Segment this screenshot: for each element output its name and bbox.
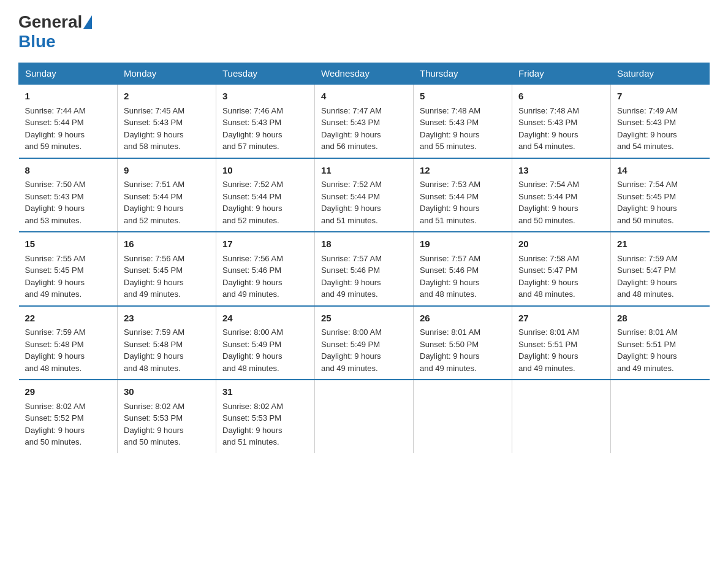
day-number: 9: [124, 164, 210, 178]
weekday-header-row: SundayMondayTuesdayWednesdayThursdayFrid…: [19, 63, 710, 85]
day-daylight-minutes: and 50 minutes.: [518, 216, 575, 225]
day-daylight: Daylight: 9 hours: [518, 130, 578, 139]
day-daylight-minutes: and 56 minutes.: [321, 142, 378, 151]
day-number: 15: [25, 237, 112, 251]
calendar-cell: 30Sunrise: 8:02 AMSunset: 5:53 PMDayligh…: [118, 380, 216, 453]
day-sunrise: Sunrise: 7:47 AM: [321, 106, 382, 115]
day-daylight-minutes: and 50 minutes.: [124, 437, 181, 446]
day-sunrise: Sunrise: 7:59 AM: [25, 327, 86, 337]
calendar-cell: 1Sunrise: 7:44 AMSunset: 5:44 PMDaylight…: [19, 84, 118, 158]
day-sunrise: Sunrise: 7:48 AM: [518, 106, 579, 115]
day-number: 22: [25, 312, 112, 326]
day-sunset: Sunset: 5:46 PM: [321, 266, 380, 275]
day-daylight: Daylight: 9 hours: [25, 130, 85, 139]
day-daylight-minutes: and 50 minutes.: [25, 437, 82, 446]
day-sunset: Sunset: 5:50 PM: [420, 340, 479, 349]
day-daylight: Daylight: 9 hours: [617, 204, 677, 213]
day-daylight-minutes: and 50 minutes.: [617, 216, 674, 225]
day-number: 29: [25, 385, 112, 399]
day-daylight: Daylight: 9 hours: [420, 351, 480, 361]
day-sunrise: Sunrise: 7:54 AM: [617, 180, 678, 189]
day-number: 13: [518, 164, 604, 178]
day-number: 18: [321, 237, 407, 251]
day-number: 24: [222, 312, 308, 326]
calendar-cell: [512, 380, 611, 453]
weekday-header-wednesday: Wednesday: [315, 63, 414, 85]
calendar-cell: 22Sunrise: 7:59 AMSunset: 5:48 PMDayligh…: [19, 306, 118, 380]
day-number: 3: [222, 90, 308, 104]
calendar-cell: 9Sunrise: 7:51 AMSunset: 5:44 PMDaylight…: [118, 158, 216, 232]
day-number: 30: [124, 385, 210, 399]
day-daylight: Daylight: 9 hours: [617, 351, 677, 361]
calendar-cell: [611, 380, 710, 453]
day-sunrise: Sunrise: 7:56 AM: [222, 254, 283, 263]
day-sunset: Sunset: 5:43 PM: [420, 118, 479, 127]
day-daylight: Daylight: 9 hours: [124, 204, 184, 213]
day-sunrise: Sunrise: 7:48 AM: [420, 106, 480, 115]
day-number: 26: [420, 312, 506, 326]
day-daylight-minutes: and 48 minutes.: [222, 364, 279, 373]
day-number: 21: [617, 237, 703, 251]
calendar-cell: 28Sunrise: 8:01 AMSunset: 5:51 PMDayligh…: [611, 306, 710, 380]
day-sunset: Sunset: 5:48 PM: [25, 340, 84, 349]
calendar-cell: 31Sunrise: 8:02 AMSunset: 5:53 PMDayligh…: [216, 380, 315, 453]
day-daylight: Daylight: 9 hours: [222, 204, 282, 213]
weekday-header-saturday: Saturday: [611, 63, 710, 85]
day-daylight: Daylight: 9 hours: [25, 426, 85, 435]
day-daylight-minutes: and 54 minutes.: [518, 142, 575, 151]
day-daylight: Daylight: 9 hours: [222, 351, 282, 361]
day-sunrise: Sunrise: 7:57 AM: [321, 254, 382, 263]
calendar-cell: 27Sunrise: 8:01 AMSunset: 5:51 PMDayligh…: [512, 306, 611, 380]
day-daylight-minutes: and 55 minutes.: [420, 142, 477, 151]
day-sunset: Sunset: 5:45 PM: [25, 266, 84, 275]
day-sunset: Sunset: 5:43 PM: [124, 118, 183, 127]
day-number: 7: [617, 90, 703, 104]
day-number: 14: [617, 164, 703, 178]
day-daylight: Daylight: 9 hours: [124, 130, 184, 139]
day-daylight-minutes: and 48 minutes.: [518, 289, 575, 299]
day-daylight: Daylight: 9 hours: [420, 278, 480, 287]
day-number: 16: [124, 237, 210, 251]
day-sunrise: Sunrise: 8:02 AM: [222, 402, 283, 411]
day-daylight-minutes: and 49 minutes.: [518, 364, 575, 373]
day-daylight: Daylight: 9 hours: [617, 130, 677, 139]
day-daylight: Daylight: 9 hours: [321, 130, 381, 139]
day-sunrise: Sunrise: 7:52 AM: [222, 180, 283, 189]
day-sunset: Sunset: 5:51 PM: [617, 340, 676, 349]
calendar-cell: 12Sunrise: 7:53 AMSunset: 5:44 PMDayligh…: [414, 158, 512, 232]
day-number: 31: [222, 385, 308, 399]
day-number: 10: [222, 164, 308, 178]
day-daylight: Daylight: 9 hours: [518, 351, 578, 361]
day-sunrise: Sunrise: 7:44 AM: [25, 106, 86, 115]
day-daylight-minutes: and 52 minutes.: [222, 216, 279, 225]
day-sunset: Sunset: 5:44 PM: [124, 192, 183, 201]
calendar-cell: 11Sunrise: 7:52 AMSunset: 5:44 PMDayligh…: [315, 158, 414, 232]
day-sunrise: Sunrise: 7:56 AM: [124, 254, 184, 263]
day-sunset: Sunset: 5:44 PM: [518, 192, 577, 201]
day-daylight-minutes: and 48 minutes.: [617, 289, 674, 299]
calendar-cell: 7Sunrise: 7:49 AMSunset: 5:43 PMDaylight…: [611, 84, 710, 158]
day-number: 28: [617, 312, 703, 326]
day-sunset: Sunset: 5:44 PM: [321, 192, 380, 201]
day-daylight: Daylight: 9 hours: [420, 130, 480, 139]
day-daylight-minutes: and 54 minutes.: [617, 142, 674, 151]
day-sunset: Sunset: 5:44 PM: [420, 192, 479, 201]
calendar-cell: 3Sunrise: 7:46 AMSunset: 5:43 PMDaylight…: [216, 84, 315, 158]
day-daylight-minutes: and 49 minutes.: [25, 289, 82, 299]
day-sunrise: Sunrise: 7:59 AM: [617, 254, 678, 263]
day-daylight: Daylight: 9 hours: [124, 278, 184, 287]
day-sunrise: Sunrise: 7:55 AM: [25, 254, 86, 263]
calendar-cell: [315, 380, 414, 453]
calendar-cell: 18Sunrise: 7:57 AMSunset: 5:46 PMDayligh…: [315, 232, 414, 306]
day-daylight: Daylight: 9 hours: [222, 130, 282, 139]
calendar-week-row: 1Sunrise: 7:44 AMSunset: 5:44 PMDaylight…: [19, 84, 710, 158]
day-sunrise: Sunrise: 8:02 AM: [124, 402, 184, 411]
day-number: 4: [321, 90, 407, 104]
day-number: 2: [124, 90, 210, 104]
weekday-header-monday: Monday: [118, 63, 216, 85]
day-sunrise: Sunrise: 8:01 AM: [617, 327, 678, 337]
calendar-cell: 19Sunrise: 7:57 AMSunset: 5:46 PMDayligh…: [414, 232, 512, 306]
day-sunrise: Sunrise: 7:59 AM: [124, 327, 184, 337]
day-sunset: Sunset: 5:53 PM: [222, 413, 281, 423]
day-daylight: Daylight: 9 hours: [420, 204, 480, 213]
